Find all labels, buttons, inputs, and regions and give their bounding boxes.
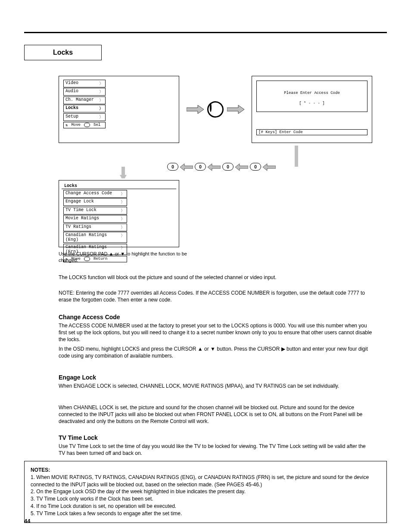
chevron-right-icon: 〉	[121, 208, 125, 214]
page-top-rule	[24, 32, 387, 33]
chevron-right-icon: 〉	[121, 199, 125, 205]
zero-key-icon: 0	[222, 163, 234, 171]
body-tvtime-p1: Use TV Time Lock to set the time of day …	[59, 443, 372, 457]
svg-marker-0	[187, 105, 204, 114]
chevron-right-icon: 〉	[121, 233, 125, 242]
arrow-left-icon	[180, 163, 193, 171]
osd-locks-title: Locks	[62, 183, 176, 189]
osd-item-movie-ratings: Movie Ratings〉	[63, 215, 127, 223]
figure-caption: Use the CURSOR PAD ▲ or ▼ to highlight t…	[59, 251, 188, 264]
osd-item-tv-time-lock: TV Time Lock〉	[63, 207, 127, 215]
notes-line-3: 3. TV Time Lock only works if the Clock …	[31, 495, 380, 503]
chevron-right-icon: 〉	[99, 114, 103, 120]
osd-code-panel: Please Enter Access Code [ * - - - ]	[256, 81, 367, 112]
svg-marker-1	[227, 105, 244, 114]
arrow-right-icon	[227, 105, 244, 114]
zero-key-icon: 0	[195, 163, 206, 171]
svg-marker-5	[235, 164, 248, 171]
chevron-right-icon: 〉	[121, 191, 125, 197]
notes-line-4: 4. If no Time Lock duration is set, no o…	[31, 503, 380, 510]
notes-line-5: 5. TV Time Lock takes a few seconds to e…	[31, 510, 380, 517]
arrow-left-icon	[235, 163, 248, 171]
subhead-tv-time-lock: TV Time Lock	[59, 434, 98, 441]
osd-main-footer: ⇅Move Sel	[63, 122, 106, 128]
flow-arrow-1	[179, 76, 252, 143]
chevron-right-icon: 〉	[99, 106, 103, 112]
notes-line-2: 2. On the Engage Lock OSD the day of the…	[31, 488, 380, 495]
zero-key-icon: 0	[167, 163, 178, 171]
subhead-change-access-code: Change Access Code	[59, 314, 120, 320]
body-engage-p1: When ENGAGE LOCK is selected, CHANNEL LO…	[59, 383, 372, 389]
body-change-p1: The ACCESS CODE NUMBER used at the facto…	[59, 322, 372, 343]
chevron-right-icon: 〉	[99, 89, 103, 95]
svg-marker-6	[263, 164, 276, 171]
chevron-right-icon: 〉	[121, 224, 125, 230]
osd-locks-menu: Locks Change Access Code〉 Engage Lock〉 T…	[59, 180, 179, 247]
osd-main-menu: Video〉 Audio〉 Ch. Manager〉 Locks〉 Setup〉…	[59, 76, 179, 143]
osd-item-canadian-eng: Canadian Ratings (Eng)〉	[63, 232, 127, 243]
body-engage-p2: When CHANNEL LOCK is set, the picture an…	[59, 404, 372, 425]
osd-item-audio: Audio〉	[63, 88, 106, 96]
osd-access-code: Please Enter Access Code [ * - - - ] [# …	[252, 76, 372, 143]
svg-marker-3	[180, 164, 193, 171]
section-title: Locks	[53, 49, 73, 56]
osd-item-setup: Setup〉	[63, 113, 106, 121]
chevron-right-icon: 〉	[121, 216, 125, 222]
flow-middle: 0 0 0 0	[59, 146, 372, 178]
notes-line-1: 1. When MOVIE RATINGS, TV RATINGS, CANAD…	[31, 474, 380, 488]
zero-key-icon: 0	[250, 163, 261, 171]
arrow-left-icon	[208, 163, 221, 171]
osd-item-tv-ratings: TV Ratings〉	[63, 224, 127, 231]
svg-marker-2	[120, 175, 127, 178]
osd-locks-wrap: Locks Change Access Code〉 Engage Lock〉 T…	[59, 180, 179, 247]
notes-box: NOTES: 1. When MOVIE RATINGS, TV RATINGS…	[24, 461, 387, 523]
body-change-p2: In the OSD menu, highlight LOCKS and pre…	[59, 345, 372, 359]
osd-code-prompt: Please Enter Access Code	[258, 91, 365, 95]
figure-row-1: Video〉 Audio〉 Ch. Manager〉 Locks〉 Setup〉…	[59, 76, 372, 143]
subhead-engage-lock: Engage Lock	[59, 374, 96, 381]
osd-item-ch-manager: Ch. Manager〉	[63, 96, 106, 104]
osd-code-mask: [ * - - - ]	[258, 101, 365, 106]
section-title-box: Locks	[24, 45, 102, 60]
svg-marker-4	[208, 164, 221, 171]
zero-key-sequence: 0 0 0 0	[167, 163, 276, 171]
page-number: 44	[24, 518, 30, 524]
osd-item-locks: Locks〉	[63, 105, 106, 112]
osd-item-video: Video〉	[63, 80, 106, 87]
select-icon	[84, 123, 90, 127]
updown-icon: ⇅	[65, 123, 68, 128]
body-intro: The LOCKS function will block out the pi…	[59, 274, 372, 281]
osd-item-engage-lock: Engage Lock〉	[63, 198, 127, 206]
chevron-right-icon: 〉	[99, 97, 103, 103]
osd-item-change-access-code: Change Access Code〉	[63, 190, 127, 198]
osd-code-hint: [# Keys] Enter Code	[256, 129, 367, 135]
select-ring-icon	[207, 101, 224, 118]
arrow-right-icon	[187, 105, 204, 114]
flow-connector	[59, 146, 372, 178]
body-override-note: NOTE: Entering the code 7777 overrides a…	[59, 289, 372, 303]
notes-title: NOTES:	[31, 467, 380, 474]
arrow-left-icon	[263, 163, 276, 171]
chevron-right-icon: 〉	[99, 81, 103, 87]
